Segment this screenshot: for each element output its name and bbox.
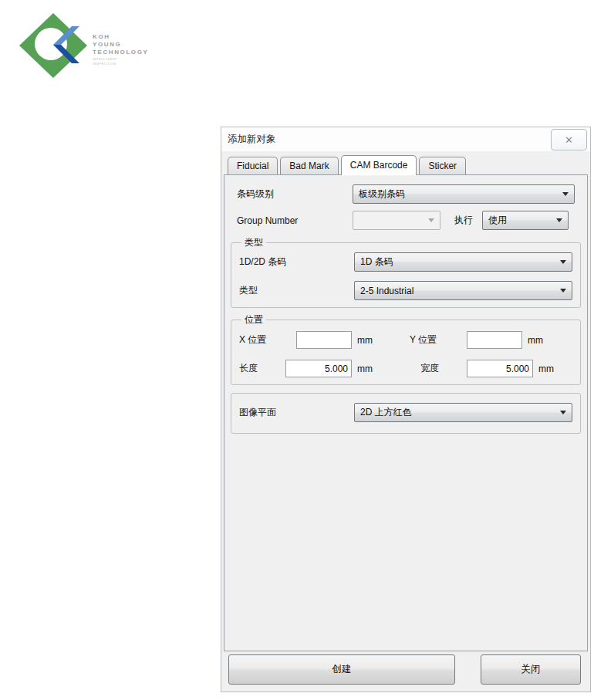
- chevron-down-icon: [560, 289, 566, 293]
- logo-line-young: YOUNG: [93, 41, 148, 49]
- dialog-title: 添加新对象: [228, 133, 276, 146]
- image-plane-row: 图像平面 2D 上方红色: [239, 403, 572, 422]
- x-position-unit: mm: [357, 335, 373, 346]
- group-number-dropdown: [353, 211, 440, 230]
- barcode-type-dropdown[interactable]: 2-5 Industrial: [354, 281, 572, 300]
- image-plane-group: 图像平面 2D 上方红色: [231, 393, 581, 434]
- type-group-title: 类型: [241, 236, 266, 249]
- logo-line-technology: TECHNOLOGY: [93, 49, 148, 56]
- chevron-down-icon: [428, 218, 434, 222]
- logo-tagline-1: INTELLIGENT: [93, 57, 148, 61]
- x-position-label: X 位置: [239, 333, 296, 347]
- chevron-down-icon: [560, 260, 566, 264]
- barcode-type-value: 2-5 Industrial: [360, 286, 413, 296]
- length-width-row: 长度 mm 宽度 mm: [239, 360, 572, 377]
- length-label: 长度: [239, 362, 285, 375]
- chevron-down-icon: [560, 411, 566, 414]
- barcode-dimension-dropdown[interactable]: 1D 条码: [354, 252, 572, 272]
- execute-label: 执行: [454, 214, 473, 227]
- barcode-type-label: 类型: [239, 284, 354, 297]
- koh-young-logo-icon: [19, 12, 90, 79]
- logo-tagline-2: INSPECTION: [93, 62, 148, 66]
- y-position-unit: mm: [528, 335, 543, 346]
- barcode-level-label: 条码级别: [237, 188, 353, 201]
- tab-fiducial[interactable]: Fiducial: [228, 157, 278, 174]
- tab-cam-barcode[interactable]: CAM Barcode: [341, 155, 417, 175]
- group-number-label: Group Number: [237, 215, 353, 226]
- add-new-object-dialog: 添加新对象 ✕ Fiducial Bad Mark CAM Barcode St…: [221, 127, 591, 692]
- type-group: 类型 1D/2D 条码 1D 条码 类型 2-5 Industrial: [231, 236, 581, 308]
- barcode-level-value: 板级别条码: [359, 188, 405, 201]
- barcode-type-row: 类型 2-5 Industrial: [239, 281, 572, 300]
- koh-young-logo: KOH YOUNG TECHNOLOGY INTELLIGENT INSPECT…: [19, 12, 148, 79]
- execute-value: 使用: [488, 214, 507, 227]
- close-button[interactable]: 关闭: [481, 654, 581, 685]
- length-input[interactable]: [285, 360, 352, 377]
- y-position-label: Y 位置: [410, 333, 467, 347]
- cam-barcode-tab-panel: 条码级别 板级别条码 Group Number 执行 使用 类型 1D/2D 条…: [224, 174, 588, 651]
- x-position-input[interactable]: [296, 331, 352, 349]
- koh-young-logo-text: KOH YOUNG TECHNOLOGY INTELLIGENT INSPECT…: [93, 33, 148, 66]
- tab-sticker[interactable]: Sticker: [419, 157, 466, 174]
- image-plane-label: 图像平面: [239, 406, 354, 419]
- tab-strip: Fiducial Bad Mark CAM Barcode Sticker: [228, 154, 590, 174]
- tab-bad-mark[interactable]: Bad Mark: [280, 157, 338, 174]
- barcode-level-row: 条码级别 板级别条码: [237, 184, 575, 204]
- image-plane-dropdown[interactable]: 2D 上方红色: [354, 403, 572, 422]
- create-button[interactable]: 创建: [228, 654, 455, 685]
- barcode-dimension-value: 1D 条码: [360, 255, 393, 269]
- y-position-input[interactable]: [467, 331, 522, 349]
- chevron-down-icon: [556, 218, 562, 222]
- barcode-level-dropdown[interactable]: 板级别条码: [353, 184, 575, 204]
- logo-line-koh: KOH: [93, 33, 148, 41]
- group-number-row: Group Number 执行 使用: [237, 211, 575, 230]
- barcode-dimension-row: 1D/2D 条码 1D 条码: [239, 252, 572, 272]
- close-icon: ✕: [565, 134, 573, 146]
- length-unit: mm: [357, 364, 373, 374]
- position-group-title: 位置: [241, 313, 266, 326]
- dialog-close-button[interactable]: ✕: [551, 129, 587, 150]
- width-label: 宽度: [420, 362, 467, 375]
- barcode-dimension-label: 1D/2D 条码: [239, 255, 354, 269]
- execute-dropdown[interactable]: 使用: [482, 211, 569, 230]
- dialog-title-bar[interactable]: 添加新对象 ✕: [221, 127, 590, 151]
- width-unit: mm: [538, 364, 554, 374]
- image-plane-value: 2D 上方红色: [360, 406, 412, 419]
- position-group: 位置 X 位置 mm Y 位置 mm 长度 mm 宽度 mm: [231, 313, 581, 385]
- chevron-down-icon: [562, 192, 569, 196]
- xy-position-row: X 位置 mm Y 位置 mm: [239, 331, 572, 349]
- width-input[interactable]: [467, 360, 533, 377]
